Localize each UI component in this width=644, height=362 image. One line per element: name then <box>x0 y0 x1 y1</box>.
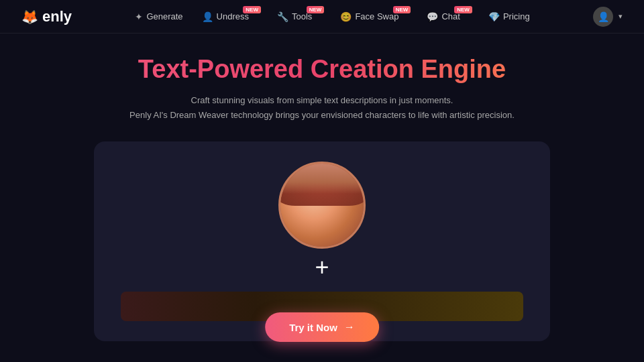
nav-chat[interactable]: 💬 Chat NEW <box>427 11 460 22</box>
face-avatar[interactable] <box>278 162 366 249</box>
nav-pricing[interactable]: 💎 Pricing <box>488 11 530 22</box>
hero-title: Text-Powered Creation Engine <box>0 55 644 84</box>
hero-subtitle-line2: Penly AI's Dream Weaver technology bring… <box>129 110 515 120</box>
navbar: 🦊 enly ✦ Generate 👤 Undress NEW 🔧 Tools … <box>0 0 644 34</box>
cta-label: Try it Now <box>289 322 337 333</box>
nav-pricing-label: Pricing <box>503 11 530 21</box>
pricing-icon: 💎 <box>488 11 500 22</box>
cta-arrow-icon: → <box>344 321 355 333</box>
creation-card: + <box>94 141 550 341</box>
nav-face-swap[interactable]: 😊 Face Swap NEW <box>340 11 398 22</box>
user-avatar[interactable]: 👤 <box>593 7 613 27</box>
chat-icon: 💬 <box>427 11 438 22</box>
logo[interactable]: 🦊 enly <box>21 8 72 25</box>
nav-generate-label: Generate <box>146 11 182 21</box>
plus-icon: + <box>315 255 329 280</box>
face-swap-badge: NEW <box>393 6 411 13</box>
logo-icon: 🦊 <box>21 9 38 25</box>
beanie-overlay <box>280 164 364 194</box>
generate-icon: ✦ <box>135 11 143 22</box>
chat-badge: NEW <box>454 6 472 13</box>
tools-badge: NEW <box>307 6 325 13</box>
nav-links: ✦ Generate 👤 Undress NEW 🔧 Tools NEW 😊 F… <box>135 11 529 22</box>
try-now-button[interactable]: Try it Now → <box>265 312 379 342</box>
undress-badge: NEW <box>243 6 261 13</box>
face-swap-icon: 😊 <box>340 11 352 22</box>
logo-text: enly <box>42 8 72 25</box>
hero-subtitle: Craft stunning visuals from simple text … <box>0 93 644 123</box>
hero-section: Text-Powered Creation Engine Craft stunn… <box>0 34 644 341</box>
nav-undress[interactable]: 👤 Undress NEW <box>202 11 249 22</box>
user-chevron-icon[interactable]: ▾ <box>619 12 623 21</box>
hero-subtitle-line1: Craft stunning visuals from simple text … <box>191 95 453 105</box>
nav-user-section: 👤 ▾ <box>593 7 623 27</box>
face-image <box>280 164 364 247</box>
nav-tools[interactable]: 🔧 Tools NEW <box>277 11 312 22</box>
nav-face-swap-label: Face Swap <box>355 11 398 21</box>
nav-generate[interactable]: ✦ Generate <box>135 11 182 22</box>
undress-icon: 👤 <box>202 11 213 22</box>
tools-icon: 🔧 <box>277 11 288 22</box>
